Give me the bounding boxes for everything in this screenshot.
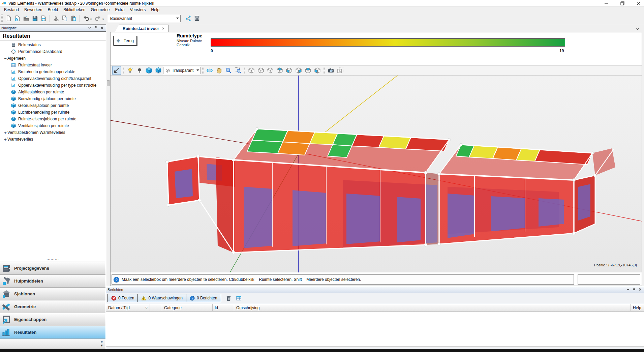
zoom-button[interactable] — [224, 66, 233, 75]
calculator-button[interactable] — [193, 14, 202, 23]
module-button-sjablonen[interactable]: Sjablonen — [0, 287, 105, 300]
view-cube-cv2-button[interactable] — [256, 66, 265, 75]
tree-item-afgiftesjabloon-per-ruimte[interactable]: Afgiftesjabloon per ruimte — [0, 89, 106, 95]
column-omschrijving[interactable]: Omschrijving — [234, 304, 631, 311]
restore-button[interactable] — [620, 1, 625, 6]
camera-button[interactable] — [327, 66, 335, 75]
menu-help[interactable]: Help — [148, 7, 162, 12]
close-pane-icon[interactable] — [99, 26, 104, 30]
view-cube-cv5-button[interactable] — [285, 66, 294, 75]
column-datum-tijd[interactable]: Datum / Tijd▽ — [106, 304, 150, 311]
close-button[interactable] — [636, 1, 641, 6]
tree-item-ruimtestaat-invoer[interactable]: Ruimtestaat invoer — [0, 62, 106, 68]
undo-dropdown-chevron-icon[interactable]: ▼ — [90, 18, 92, 21]
select-button[interactable] — [112, 66, 121, 75]
table-icon — [11, 63, 17, 67]
module-button-geometrie[interactable]: Geometrie — [0, 300, 105, 313]
module-button-hulpmiddelen[interactable]: Hulpmiddelen — [0, 274, 105, 287]
variant-combobox[interactable]: Basisvariant — [108, 15, 181, 22]
counter-0-berichten[interactable]: 0 Berichten — [186, 294, 221, 302]
tree-item-ruimte-eisensjabloon-per-ruimte[interactable]: Ruimte-eisensjabloon per ruimte — [0, 116, 106, 122]
pane-menu-chevron-icon[interactable] — [87, 26, 92, 30]
cut-button[interactable] — [52, 14, 60, 23]
module-button-projectgegevens[interactable]: Projectgegevens — [0, 262, 105, 274]
counter-0-waarschuwingen[interactable]: 0 Waarschuwingen — [137, 294, 186, 302]
menu-vensters[interactable]: Vensters — [127, 7, 149, 12]
box-ground-button[interactable] — [154, 66, 163, 75]
vertical-splitter[interactable] — [106, 32, 110, 286]
panel-splitter-dots[interactable]: ......... — [0, 257, 105, 261]
tab-overflow-chevron-icon[interactable] — [636, 27, 640, 31]
tree-item-performance-dashboard[interactable]: Performance Dashboard — [0, 48, 106, 55]
tree-item-oppervlakteverhouding-per-type-constructie[interactable]: Oppervlakteverhouding per type construct… — [0, 82, 106, 89]
tree-item-gebruikssjabloon-per-ruimte[interactable]: Gebruikssjabloon per ruimte — [0, 102, 106, 109]
toolbar-grip[interactable] — [1, 14, 3, 23]
column-blank[interactable] — [150, 304, 162, 311]
close-pane-icon[interactable] — [637, 287, 643, 292]
share-button[interactable] — [184, 14, 193, 23]
tree-item-luchtbehandeling-per-ruimte[interactable]: Luchtbehandeling per ruimte — [0, 109, 106, 116]
menu-geometrie[interactable]: Geometrie — [88, 7, 113, 12]
menu-bewerken[interactable]: Bewerken — [22, 7, 45, 12]
tab-ruimtestaat-invoer[interactable]: Ruimtestaat invoer — [115, 25, 168, 32]
save-refresh-button[interactable] — [39, 14, 48, 23]
undo-button[interactable] — [82, 14, 90, 23]
new-button[interactable] — [4, 14, 13, 23]
module-button-eigenschappen[interactable]: Eigenschappen — [0, 313, 105, 326]
view-cube-cv7-button[interactable] — [304, 66, 312, 75]
pin-icon[interactable] — [93, 26, 98, 30]
tree-item-oppervlakteverhouding-dicht-transparant[interactable]: Oppervlakteverhouding dicht/transparant — [0, 75, 106, 82]
light-off-button[interactable] — [135, 66, 144, 75]
column-categorie[interactable]: Categorie — [162, 304, 213, 311]
tab-close-icon[interactable] — [162, 27, 165, 30]
table-view-button[interactable] — [235, 294, 243, 302]
collapse-chevrons[interactable]: »▾ — [101, 340, 103, 347]
tree-item-ventilatiesjabloon-per-ruimte[interactable]: Ventilatiesjabloon per ruimte — [0, 122, 106, 129]
redo-dropdown-chevron-icon[interactable]: ▼ — [102, 18, 104, 21]
column-id[interactable]: Id — [213, 304, 234, 311]
paste-button[interactable] — [69, 14, 78, 23]
pin-icon[interactable] — [631, 287, 637, 292]
layout-button[interactable] — [336, 66, 345, 75]
pane-menu-chevron-icon[interactable] — [625, 287, 631, 292]
module-button-resultaten[interactable]: Resultaten — [0, 326, 105, 339]
display-mode-value: Transparant — [172, 68, 193, 73]
orbit-button[interactable] — [205, 66, 214, 75]
display-mode-combobox[interactable]: Transparant — [163, 67, 201, 74]
counter-0-fouten[interactable]: 0 Fouten — [108, 294, 138, 302]
view-cube-cv4-button[interactable] — [275, 66, 284, 75]
view-cube-cv6-button[interactable] — [294, 66, 303, 75]
minimize-button[interactable] — [604, 1, 609, 6]
view-cube-cv8-button[interactable] — [313, 66, 322, 75]
copy-button[interactable] — [60, 14, 69, 23]
zoom-win-button[interactable] — [234, 66, 242, 75]
tree-item-bruto-netto-gebruiksoppervlakte[interactable]: Bruto/netto gebruiksoppervlakte — [0, 68, 106, 75]
pan-button[interactable] — [215, 66, 223, 75]
box3d-button[interactable] — [145, 66, 153, 75]
column-help[interactable]: Help — [631, 304, 644, 311]
tree-item-rekenstatus[interactable]: Rekenstatus — [0, 41, 106, 48]
view-cube-cv3-button[interactable] — [266, 66, 275, 75]
collapse-expander-icon[interactable]: − — [3, 56, 7, 61]
redo-button[interactable] — [94, 14, 102, 23]
menu-bibliotheken[interactable]: Bibliotheken — [61, 7, 88, 12]
3d-viewport[interactable]: Positie : ( -6719,-10745,0) — [111, 76, 642, 272]
light-on-button[interactable] — [126, 66, 134, 75]
view-cube-cv1-button[interactable] — [247, 66, 256, 75]
expand-expander-icon[interactable]: + — [3, 130, 7, 135]
open-button[interactable] — [22, 14, 30, 23]
tree-item-warmteverlies[interactable]: +Warmteverlies — [0, 136, 106, 143]
viewer-toolbar: Transparant — [111, 65, 642, 76]
menu-beeld[interactable]: Beeld — [45, 7, 61, 12]
menu-extra[interactable]: Extra — [113, 7, 127, 12]
clear-messages-button[interactable] — [225, 294, 233, 302]
expand-expander-icon[interactable]: + — [3, 137, 7, 142]
save-button[interactable] — [30, 14, 39, 23]
tree-item-algemeen[interactable]: −Algemeen — [0, 55, 106, 62]
tree-item-bouwkundig-sjabloon-per-ruimte[interactable]: Bouwkundig sjabloon per ruimte — [0, 95, 106, 102]
open-add-button[interactable] — [13, 14, 22, 23]
splitter-handle[interactable] — [107, 80, 110, 86]
menu-bestand[interactable]: Bestand — [1, 7, 22, 12]
back-button[interactable]: Terug — [113, 36, 137, 46]
tree-item-ventilatiestromen-warmteverlies[interactable]: +Ventilatiestromen Warmteverlies — [0, 129, 106, 136]
